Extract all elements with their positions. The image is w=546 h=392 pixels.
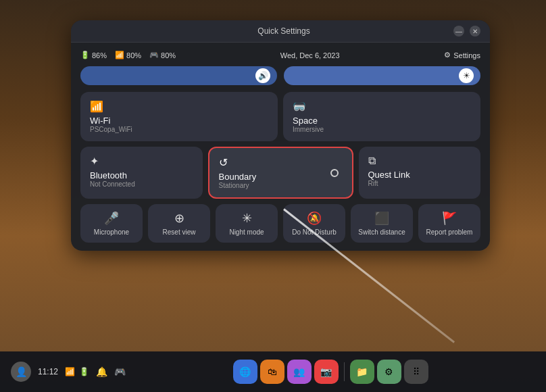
quest-link-tile-label: Quest Link — [368, 170, 472, 180]
report-problem-tile[interactable]: 🚩 Report problem — [418, 204, 480, 243]
store-icon: 🛍 — [268, 366, 277, 377]
dnd-icon: 🔕 — [307, 211, 322, 226]
sliders-row: 🔊 ☀ — [80, 66, 480, 85]
wifi-tile-icon: 📶 — [90, 100, 268, 113]
taskbar-battery-icon: 🔋 — [79, 367, 89, 376]
taskbar-separator — [344, 362, 345, 381]
taskbar-app-browser[interactable]: 🌐 — [233, 360, 257, 384]
night-mode-label: Night mode — [229, 228, 264, 236]
bluetooth-tile-label: Bluetooth — [90, 170, 193, 180]
minimize-button[interactable]: — — [453, 26, 464, 36]
window-controls: — ✕ — [453, 26, 480, 36]
switch-distance-label: Switch distance — [358, 228, 405, 236]
headset-status: 🎮 80% — [149, 51, 176, 59]
datetime-display: Wed, Dec 6, 2023 — [280, 51, 340, 59]
taskbar-time: 11:12 — [38, 367, 58, 376]
reset-view-icon: ⊕ — [174, 211, 184, 226]
wifi-icon: 📶 — [115, 51, 124, 59]
microphone-label: Microphone — [94, 228, 129, 236]
volume-icon: 🔊 — [258, 71, 268, 80]
quest-link-icon: ⧉ — [368, 155, 472, 167]
close-button[interactable]: ✕ — [470, 26, 480, 36]
taskbar-status-icons: 📶 🔋 — [65, 367, 89, 376]
title-bar: Quick Settings — ✕ — [71, 20, 490, 43]
taskbar-app-store[interactable]: 🛍 — [260, 360, 284, 384]
brightness-slider[interactable]: ☀ — [284, 66, 480, 85]
notification-bell-icon[interactable]: 🔔 — [96, 366, 107, 377]
taskbar-left: 👤 11:12 📶 🔋 🔔 🎮 — [11, 362, 126, 382]
night-mode-icon: ✳ — [242, 211, 252, 226]
brightness-thumb[interactable]: ☀ — [459, 68, 474, 83]
tiles-row-2: ✦ Bluetooth Not Connected ↺ Boundary Sta… — [80, 147, 480, 199]
tiles-row-1: 📶 Wi-Fi PSCopa_WiFi 🥽 Space Immersive — [80, 92, 480, 141]
headset-value: 80% — [161, 51, 176, 59]
headset-taskbar-icon[interactable]: 🎮 — [114, 366, 126, 377]
gear-icon: ⚙ — [444, 51, 451, 59]
microphone-tile[interactable]: 🎤 Microphone — [80, 204, 143, 243]
taskbar: 👤 11:12 📶 🔋 🔔 🎮 🌐 🛍 👥 📷 📁 ⚙ ⠿ — [0, 351, 546, 392]
battery-status: 🔋 86% — [80, 51, 107, 59]
microphone-icon: 🎤 — [104, 211, 119, 226]
settings-button[interactable]: ⚙ Settings — [444, 51, 480, 59]
status-bar: 🔋 86% 📶 80% 🎮 80% Wed, Dec 6, 2023 ⚙ Set… — [80, 51, 480, 59]
battery-icon: 🔋 — [80, 51, 90, 59]
headset-icon: 🎮 — [149, 51, 159, 59]
tiles-row-3: 🎤 Microphone ⊕ Reset view ✳ Night mode 🔕… — [80, 204, 480, 243]
taskbar-app-social[interactable]: 📷 — [314, 360, 339, 384]
night-mode-tile[interactable]: ✳ Night mode — [216, 204, 278, 243]
boundary-tile-sublabel: Stationary — [219, 182, 343, 189]
dnd-tile[interactable]: 🔕 Do Not Disturb — [283, 204, 345, 243]
report-problem-icon: 🚩 — [442, 211, 457, 226]
taskbar-app-grid[interactable]: ⠿ — [404, 360, 428, 384]
settings-app-icon: ⚙ — [384, 366, 393, 377]
settings-label: Settings — [453, 51, 480, 59]
boundary-tile-label: Boundary — [219, 172, 343, 182]
taskbar-wifi-icon: 📶 — [65, 367, 75, 376]
taskbar-app-files[interactable]: 📁 — [350, 360, 374, 384]
dialog-content: 🔋 86% 📶 80% 🎮 80% Wed, Dec 6, 2023 ⚙ Set… — [71, 43, 490, 251]
switch-distance-tile[interactable]: ⬛ Switch distance — [351, 204, 413, 243]
brightness-icon: ☀ — [463, 71, 470, 80]
battery-value: 86% — [92, 51, 107, 59]
volume-thumb[interactable]: 🔊 — [255, 68, 270, 83]
wifi-tile-label: Wi-Fi — [90, 116, 268, 126]
space-tile-label: Space — [293, 116, 471, 126]
grid-icon: ⠿ — [413, 366, 420, 377]
dnd-label: Do Not Disturb — [292, 228, 337, 236]
bluetooth-tile-sublabel: Not Connected — [90, 180, 193, 188]
taskbar-apps: 🌐 🛍 👥 📷 📁 ⚙ ⠿ — [233, 360, 428, 384]
wifi-status: 📶 80% — [115, 51, 141, 59]
bluetooth-icon: ✦ — [90, 155, 193, 168]
wifi-tile-sublabel: PSCopa_WiFi — [90, 126, 268, 133]
tiles-grid: 📶 Wi-Fi PSCopa_WiFi 🥽 Space Immersive ✦ … — [80, 92, 480, 243]
boundary-icon: ↺ — [219, 156, 343, 169]
taskbar-app-people[interactable]: 👥 — [287, 360, 312, 384]
status-left: 🔋 86% 📶 80% 🎮 80% — [80, 51, 176, 59]
switch-distance-icon: ⬛ — [374, 211, 389, 226]
files-icon: 📁 — [356, 366, 368, 377]
boundary-tile[interactable]: ↺ Boundary Stationary — [208, 147, 353, 199]
reset-view-tile[interactable]: ⊕ Reset view — [148, 204, 210, 243]
browser-icon: 🌐 — [239, 366, 251, 377]
reset-view-label: Reset view — [163, 228, 196, 236]
window-title: Quick Settings — [114, 26, 453, 36]
people-icon: 👥 — [293, 366, 305, 377]
bluetooth-tile[interactable]: ✦ Bluetooth Not Connected — [80, 147, 203, 199]
boundary-indicator — [330, 169, 339, 177]
space-tile-icon: 🥽 — [293, 100, 471, 113]
user-avatar[interactable]: 👤 — [11, 362, 31, 382]
quest-link-tile-sublabel: Rift — [368, 180, 472, 187]
report-problem-label: Report problem — [426, 228, 473, 236]
taskbar-app-settings[interactable]: ⚙ — [377, 360, 401, 384]
wifi-value: 80% — [126, 51, 141, 59]
wifi-tile[interactable]: 📶 Wi-Fi PSCopa_WiFi — [80, 92, 278, 141]
volume-slider[interactable]: 🔊 — [80, 66, 277, 85]
space-tile[interactable]: 🥽 Space Immersive — [283, 92, 480, 141]
social-icon: 📷 — [320, 366, 332, 377]
space-tile-sublabel: Immersive — [293, 126, 471, 133]
quest-link-tile[interactable]: ⧉ Quest Link Rift — [359, 147, 481, 199]
quick-settings-panel: Quick Settings — ✕ 🔋 86% 📶 80% 🎮 80% — [71, 20, 490, 251]
